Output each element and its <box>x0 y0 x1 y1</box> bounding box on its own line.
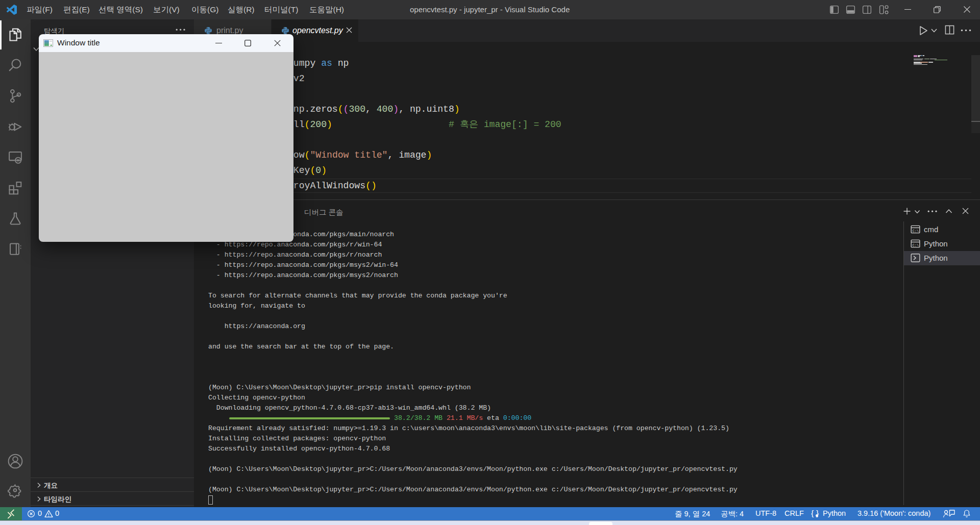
svg-text:C:\: C:\ <box>913 229 919 233</box>
svg-text:C:\: C:\ <box>913 243 919 247</box>
